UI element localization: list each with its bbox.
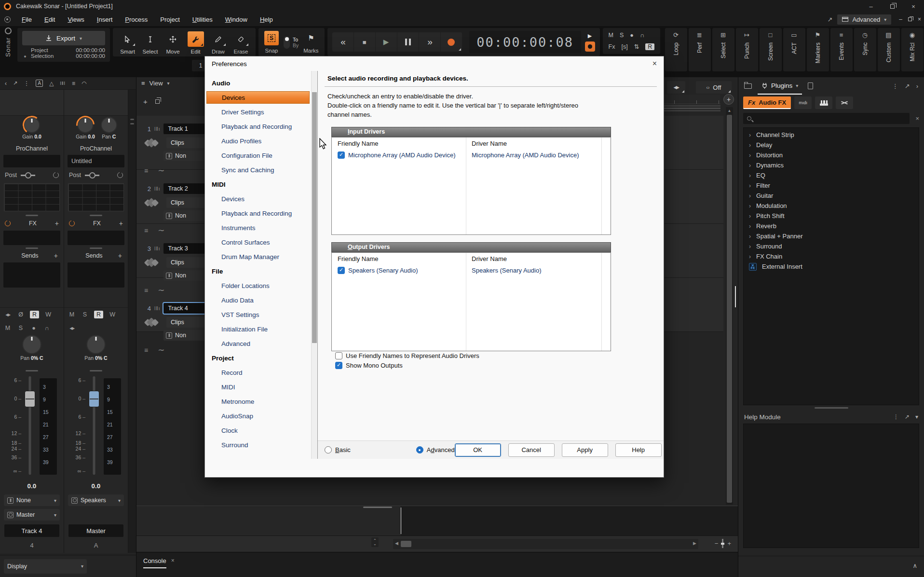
- solo-button[interactable]: S: [17, 325, 25, 331]
- snap-to-by-toggle[interactable]: [284, 36, 290, 49]
- scrollbar-thumb[interactable]: [727, 115, 732, 503]
- fader-handle[interactable]: [25, 391, 35, 407]
- track-input-selector[interactable]: Non: [163, 330, 205, 341]
- headphones-icon[interactable]: ∩: [640, 32, 644, 39]
- minimize-button[interactable]: –: [860, 0, 882, 13]
- dialog-button[interactable]: Help: [615, 443, 662, 457]
- transport-time-display[interactable]: 00:00:00:08: [469, 31, 581, 53]
- prefs-tree-item[interactable]: MIDI: [205, 177, 311, 192]
- track-input-selector[interactable]: Non: [163, 210, 205, 221]
- track-header[interactable]: 1 ǀǁı Track 1 Clips Non: [136, 123, 214, 177]
- doc-minimize-button[interactable]: –: [899, 16, 902, 23]
- prefs-tree-item[interactable]: Instruments: [205, 220, 311, 235]
- divider-handle[interactable]: [64, 213, 128, 217]
- volume-fader[interactable]: [86, 372, 102, 482]
- menu-item[interactable]: File: [15, 16, 38, 23]
- toolbar-module[interactable]: ≣ Perf: [689, 28, 711, 71]
- prefs-tree-item[interactable]: AudioSnap: [205, 409, 311, 423]
- app-menu-icon[interactable]: [4, 16, 11, 23]
- write-button[interactable]: W: [109, 311, 116, 318]
- track-input-selector[interactable]: Non: [163, 151, 205, 161]
- tool-draw[interactable]: Draw: [207, 30, 229, 55]
- arm-button[interactable]: ●: [30, 325, 38, 331]
- prefs-tree-item[interactable]: Initialization File: [205, 322, 311, 336]
- menu-item[interactable]: Help: [254, 16, 279, 23]
- close-button[interactable]: ×: [903, 0, 924, 13]
- media-tab-icon[interactable]: [744, 83, 752, 89]
- dialog-button[interactable]: Apply: [562, 443, 608, 457]
- notes-tab-icon[interactable]: [808, 82, 813, 89]
- snap-button[interactable]: S: [264, 31, 279, 45]
- dialog-close-icon[interactable]: ×: [652, 59, 657, 68]
- pane-drag-handle[interactable]: [363, 507, 392, 508]
- prefs-tree-item[interactable]: Drum Map Manager: [205, 249, 311, 264]
- prefs-tree-item[interactable]: Driver Settings: [205, 105, 311, 119]
- prefs-tree-item[interactable]: Configuration File: [205, 148, 311, 163]
- prefs-tree-item[interactable]: Audio: [205, 76, 311, 90]
- driver-row[interactable]: Microphone Array (AMD Audio Device) Micr…: [332, 150, 611, 161]
- prefs-tree-item[interactable]: MIDI: [205, 380, 311, 394]
- plugin-category[interactable]: › Spatial + Panner: [744, 231, 919, 241]
- restore-button[interactable]: [882, 0, 903, 13]
- expand-up-icon[interactable]: ∧: [912, 562, 917, 569]
- prefs-tree-item[interactable]: Advanced: [205, 336, 311, 351]
- plugin-category[interactable]: › Delay: [744, 140, 919, 150]
- doc-restore-button[interactable]: [908, 17, 912, 21]
- tab-plugins[interactable]: Plugins ▾: [758, 77, 802, 95]
- write-button[interactable]: W: [44, 311, 52, 318]
- plugin-external-insert[interactable]: FX External Insert: [744, 261, 919, 272]
- plugin-category[interactable]: › Pitch Shift: [744, 211, 919, 221]
- prefs-option-row[interactable]: Show Mono Outputs: [335, 361, 657, 371]
- scrollbar-thumb[interactable]: [312, 92, 317, 343]
- toolbar-module[interactable]: ⚑ Markers: [807, 28, 829, 71]
- record-button[interactable]: [441, 32, 462, 52]
- automation-curve-icon[interactable]: ∼: [158, 225, 164, 235]
- track-options-icon[interactable]: ≡: [144, 346, 148, 354]
- read-automation-icon[interactable]: R: [645, 43, 654, 50]
- add-track-button[interactable]: +: [143, 97, 148, 106]
- pane-drag-handle[interactable]: [738, 405, 924, 410]
- exchange-icon[interactable]: ⇅: [634, 43, 639, 50]
- advanced-radio-circle[interactable]: [416, 446, 423, 453]
- prochannel-label[interactable]: ProChannel: [64, 144, 128, 153]
- vertical-scrollbar[interactable]: ▲: [726, 107, 733, 505]
- divider-handle[interactable]: [0, 369, 64, 372]
- tool-erase[interactable]: Erase: [230, 30, 252, 55]
- tool-edit[interactable]: Edit: [185, 30, 206, 55]
- solo-icon[interactable]: S: [620, 32, 624, 39]
- track-header[interactable]: 3 ǀǁı Track 3 Clips Non: [136, 243, 214, 297]
- plugin-category[interactable]: › Distortion: [744, 150, 919, 160]
- fader-handle[interactable]: [89, 391, 99, 407]
- add-lane-button[interactable]: +: [723, 94, 734, 105]
- collapse-right-icon[interactable]: ›: [916, 82, 918, 90]
- pane-collapse-control[interactable]: ⌃⌄: [371, 537, 379, 547]
- toolbar-module[interactable]: ⟳ Loop: [665, 28, 687, 71]
- column-driver-name[interactable]: Driver Name: [466, 140, 611, 147]
- track-options-icon[interactable]: ≡: [144, 287, 148, 294]
- read-button[interactable]: R: [30, 311, 39, 318]
- marks-flag-icon[interactable]: ⚑: [308, 31, 314, 45]
- prefs-tree-item[interactable]: Devices: [206, 91, 310, 104]
- clips-selector[interactable]: Clips: [166, 137, 209, 148]
- tool-select[interactable]: Select: [139, 30, 161, 55]
- tool-move[interactable]: Move: [162, 30, 184, 55]
- toolbar-module[interactable]: ▤ Custom: [878, 28, 900, 71]
- option-checkbox[interactable]: [335, 352, 342, 359]
- fx-power-icon[interactable]: [5, 220, 11, 226]
- menu-item[interactable]: Edit: [38, 16, 61, 23]
- plugin-category[interactable]: › Modulation: [744, 201, 919, 211]
- menu-item[interactable]: Views: [61, 16, 90, 23]
- plugin-search-input[interactable]: [743, 113, 910, 124]
- plugin-category[interactable]: › Filter: [744, 180, 919, 191]
- pan-knob[interactable]: [23, 336, 41, 353]
- prefs-tree-item[interactable]: Playback and Recording: [205, 119, 311, 134]
- menu-item[interactable]: Window: [219, 16, 254, 23]
- prefs-tree-item[interactable]: File: [205, 264, 311, 278]
- plugin-category[interactable]: › EQ: [744, 170, 919, 180]
- divider-handle[interactable]: [0, 246, 64, 250]
- prefs-tree-item[interactable]: Record: [205, 365, 311, 380]
- toolbar-module[interactable]: ◷ Sync: [854, 28, 876, 71]
- fx-bin[interactable]: [68, 231, 124, 245]
- prochannel-name-box[interactable]: Untitled: [68, 155, 124, 167]
- add-fx-button[interactable]: +: [119, 220, 123, 227]
